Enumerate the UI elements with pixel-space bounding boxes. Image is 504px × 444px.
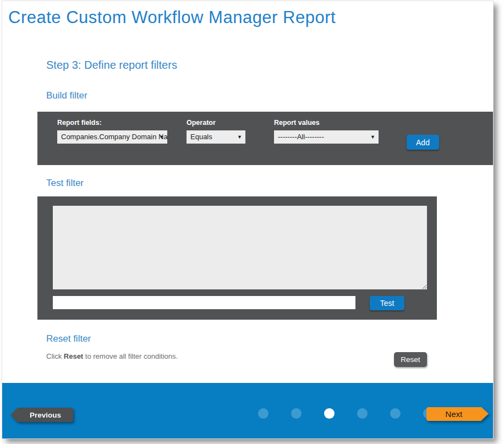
dropdown-arrow-icon: ▼	[237, 130, 242, 144]
report-values-select[interactable]: --------All-------- ▼	[274, 130, 379, 144]
operator-group: Operator Equals ▼	[187, 119, 245, 144]
report-values-selected-value: --------All--------	[278, 133, 324, 141]
report-values-label: Report values	[274, 119, 379, 127]
report-values-group: Report values --------All-------- ▼	[274, 119, 379, 144]
step-dot-4	[357, 408, 368, 419]
step-dot-5	[390, 408, 401, 419]
test-filter-heading: Test filter	[46, 178, 84, 189]
page-title: Create Custom Workflow Manager Report	[8, 8, 336, 28]
wizard-footer: Previous Next	[2, 383, 493, 438]
dropdown-arrow-icon: ▼	[370, 130, 375, 144]
next-button[interactable]: Next	[426, 407, 481, 421]
test-filter-panel: Test	[37, 196, 437, 320]
report-fields-label: Report fields:	[57, 119, 167, 127]
operator-label: Operator	[187, 119, 245, 127]
reset-button[interactable]: Reset	[394, 352, 427, 367]
operator-selected-value: Equals	[190, 133, 212, 141]
reset-instruction: Click Reset to remove all filter conditi…	[46, 352, 178, 360]
test-value-input[interactable]	[53, 296, 355, 309]
report-fields-group: Report fields: Companies.Company Domain …	[57, 119, 167, 144]
reset-filter-heading: Reset filter	[46, 333, 91, 344]
step-dot-2	[291, 408, 302, 419]
dropdown-arrow-icon: ▼	[159, 130, 164, 144]
reset-instruction-keyword: Reset	[64, 352, 83, 360]
test-button[interactable]: Test	[370, 296, 404, 310]
step-dot-3	[324, 408, 335, 419]
reset-instruction-prefix: Click	[46, 352, 64, 360]
wizard-window: Create Custom Workflow Manager Report St…	[2, 1, 494, 439]
test-filter-textarea[interactable]	[53, 206, 427, 289]
reset-instruction-suffix: to remove all filter conditions.	[83, 352, 178, 360]
step-dot-1	[258, 408, 269, 419]
build-filter-heading: Build filter	[46, 90, 87, 101]
build-filter-panel: Report fields: Companies.Company Domain …	[37, 112, 493, 165]
report-fields-selected-value: Companies.Company Domain Na	[61, 133, 167, 141]
operator-select[interactable]: Equals ▼	[187, 130, 245, 144]
step-heading: Step 3: Define report filters	[46, 59, 177, 72]
report-fields-select[interactable]: Companies.Company Domain Na ▼	[57, 130, 167, 144]
previous-button[interactable]: Previous	[18, 408, 73, 422]
add-button[interactable]: Add	[407, 135, 439, 150]
